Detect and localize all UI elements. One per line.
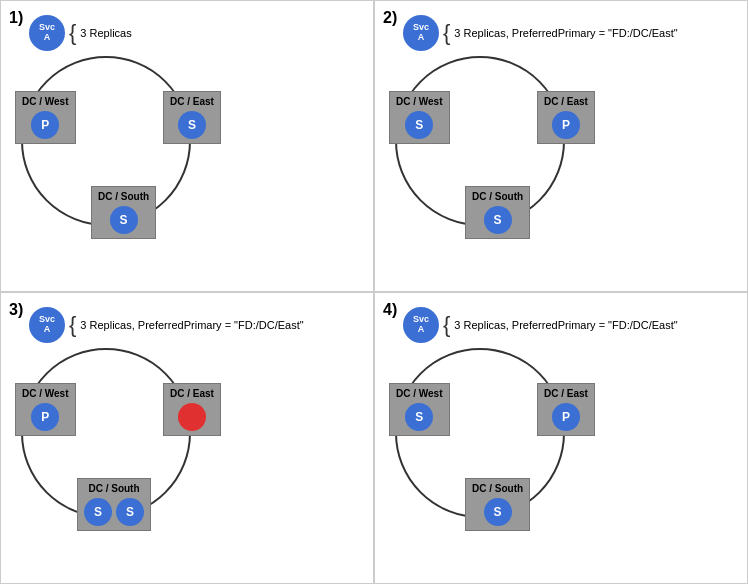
dc-east-1: DC / East S	[163, 91, 221, 144]
svc-container-3: Svc A { 3 Replicas, PreferredPrimary = "…	[29, 307, 304, 343]
node-s2-south-3: S	[116, 498, 144, 526]
quadrant-grid: 1) Svc A { 3 Replicas DC / West P DC / E…	[0, 0, 748, 584]
quadrant-4-label: 4)	[383, 301, 397, 319]
svc-circle-2: Svc A	[403, 15, 439, 51]
svc-container-2: Svc A { 3 Replicas, PreferredPrimary = "…	[403, 15, 678, 51]
node-p-west-1: P	[31, 111, 59, 139]
svc-container-1: Svc A { 3 Replicas	[29, 15, 132, 51]
description-1: 3 Replicas	[80, 27, 131, 39]
dc-east-3: DC / East	[163, 383, 221, 436]
dc-south-2: DC / South S	[465, 186, 530, 239]
node-s-west-4: S	[405, 403, 433, 431]
node-p-east-4: P	[552, 403, 580, 431]
dc-south-4: DC / South S	[465, 478, 530, 531]
node-s-west-2: S	[405, 111, 433, 139]
quadrant-2-label: 2)	[383, 9, 397, 27]
dc-west-4: DC / West S	[389, 383, 450, 436]
description-3: 3 Replicas, PreferredPrimary = "FD:/DC/E…	[80, 319, 303, 331]
node-red-east-3	[178, 403, 206, 431]
description-2: 3 Replicas, PreferredPrimary = "FD:/DC/E…	[454, 27, 677, 39]
node-s1-south-3: S	[84, 498, 112, 526]
svc-circle-4: Svc A	[403, 307, 439, 343]
quadrant-3: 3) Svc A { 3 Replicas, PreferredPrimary …	[0, 292, 374, 584]
nodes-row-south-3: S S	[84, 498, 144, 526]
node-s-east-1: S	[178, 111, 206, 139]
quadrant-2: 2) Svc A { 3 Replicas, PreferredPrimary …	[374, 0, 748, 292]
quadrant-1-label: 1)	[9, 9, 23, 27]
node-p-east-2: P	[552, 111, 580, 139]
description-4: 3 Replicas, PreferredPrimary = "FD:/DC/E…	[454, 319, 677, 331]
dc-south-3: DC / South S S	[77, 478, 151, 531]
node-s-south-1: S	[110, 206, 138, 234]
dc-east-2: DC / East P	[537, 91, 595, 144]
dc-west-3: DC / West P	[15, 383, 76, 436]
node-s-south-4: S	[484, 498, 512, 526]
quadrant-4: 4) Svc A { 3 Replicas, PreferredPrimary …	[374, 292, 748, 584]
quadrant-1: 1) Svc A { 3 Replicas DC / West P DC / E…	[0, 0, 374, 292]
dc-east-4: DC / East P	[537, 383, 595, 436]
quadrant-3-label: 3)	[9, 301, 23, 319]
dc-west-1: DC / West P	[15, 91, 76, 144]
svc-circle-3: Svc A	[29, 307, 65, 343]
node-s-south-2: S	[484, 206, 512, 234]
svc-circle-1: Svc A	[29, 15, 65, 51]
node-p-west-3: P	[31, 403, 59, 431]
svc-container-4: Svc A { 3 Replicas, PreferredPrimary = "…	[403, 307, 678, 343]
dc-west-2: DC / West S	[389, 91, 450, 144]
dc-south-1: DC / South S	[91, 186, 156, 239]
